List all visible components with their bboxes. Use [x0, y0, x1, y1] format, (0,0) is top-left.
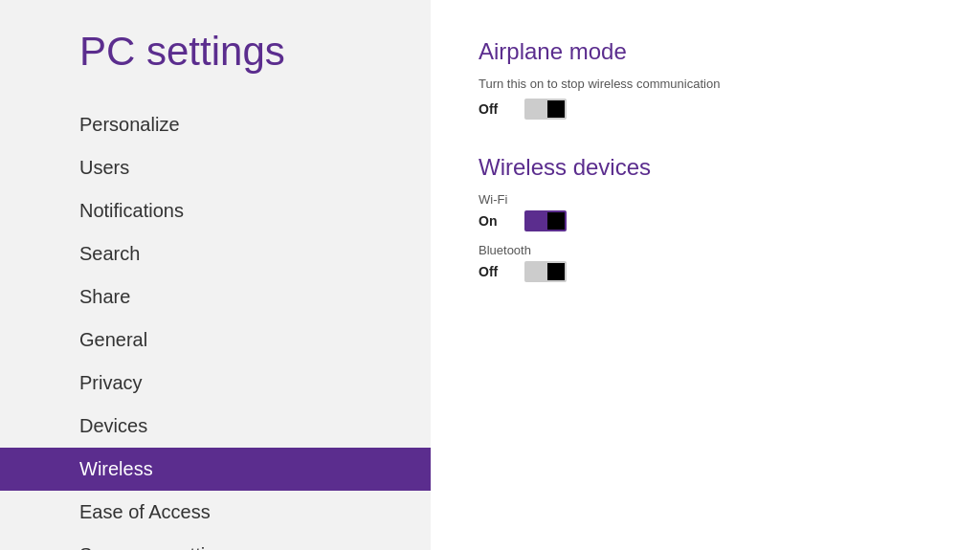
- sidebar-item-devices[interactable]: Devices: [0, 405, 431, 448]
- airplane-mode-toggle-knob: [547, 100, 565, 118]
- airplane-mode-section: Airplane mode Turn this on to stop wirel…: [479, 38, 932, 120]
- sidebar-item-search[interactable]: Search: [0, 232, 431, 275]
- sidebar-item-users[interactable]: Users: [0, 146, 431, 189]
- bluetooth-label: Bluetooth: [479, 243, 932, 257]
- wifi-toggle-row: On: [479, 210, 932, 231]
- sidebar-item-share[interactable]: Share: [0, 275, 431, 319]
- sidebar-item-sync-settings[interactable]: Sync your settings: [0, 534, 431, 550]
- sidebar-item-privacy[interactable]: Privacy: [0, 362, 431, 405]
- page-title: PC settings: [0, 29, 431, 75]
- bluetooth-toggle-knob: [547, 263, 565, 280]
- airplane-mode-title: Airplane mode: [479, 38, 932, 65]
- sidebar: PC settings Personalize Users Notificati…: [0, 0, 431, 550]
- bluetooth-state-label: Off: [479, 264, 517, 279]
- airplane-mode-description: Turn this on to stop wireless communicat…: [479, 77, 932, 91]
- sidebar-item-personalize[interactable]: Personalize: [0, 103, 431, 146]
- airplane-mode-state-label: Off: [479, 101, 517, 117]
- airplane-mode-toggle-row: Off: [479, 99, 932, 120]
- wireless-devices-section: Wireless devices Wi-Fi On Bluetooth Off: [479, 154, 932, 282]
- sidebar-item-ease-of-access[interactable]: Ease of Access: [0, 491, 431, 534]
- sidebar-item-notifications[interactable]: Notifications: [0, 189, 431, 232]
- wifi-toggle[interactable]: [524, 210, 567, 231]
- wifi-toggle-knob: [547, 212, 565, 230]
- wifi-state-label: On: [479, 213, 517, 229]
- bluetooth-toggle[interactable]: [524, 261, 567, 282]
- wireless-devices-title: Wireless devices: [479, 154, 932, 181]
- sidebar-item-wireless[interactable]: Wireless: [0, 448, 431, 491]
- airplane-mode-toggle[interactable]: [524, 99, 567, 120]
- content-area: Airplane mode Turn this on to stop wirel…: [431, 0, 980, 550]
- wifi-label: Wi-Fi: [479, 192, 932, 207]
- bluetooth-toggle-row: Off: [479, 261, 932, 282]
- sidebar-item-general[interactable]: General: [0, 319, 431, 362]
